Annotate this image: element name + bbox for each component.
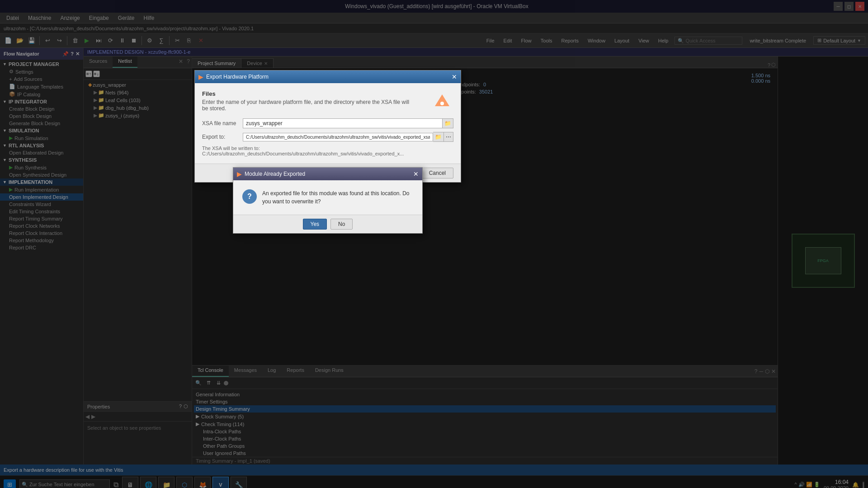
export-to-browse-btn[interactable]: 📁 (433, 132, 444, 142)
export-hardware-dialog: ▶ Export Hardware Platform ✕ Files Enter… (194, 70, 461, 183)
confirm-dialog-icon: ▶ (237, 170, 242, 178)
export-dialog-content: Files Enter the name of your hardware pl… (195, 83, 461, 164)
yes-btn[interactable]: Yes (303, 219, 327, 230)
files-section-title: Files (202, 90, 410, 97)
export-vivado-logo (431, 90, 453, 113)
export-to-more-btn[interactable]: ⋯ (444, 132, 453, 142)
no-btn[interactable]: No (330, 219, 353, 230)
confirm-dialog-header[interactable]: ▶ Module Already Exported ✕ (233, 168, 422, 180)
cancel-btn[interactable]: Cancel (421, 168, 453, 178)
xsa-browse-btn[interactable]: 📁 (443, 118, 453, 128)
confirm-dialog-title: Module Already Exported (245, 171, 305, 177)
xsa-filename-row: XSA file name 📁 (202, 118, 453, 128)
confirm-icon: ? (242, 189, 257, 204)
export-dialog-header[interactable]: ▶ Export Hardware Platform ✕ (195, 70, 461, 83)
export-note: The XSA will be written to: C:/Users/ult… (202, 145, 453, 156)
confirm-dialog-footer: Yes No (233, 215, 422, 233)
export-to-row: Export to: 📁 ⋯ (202, 132, 453, 142)
export-to-label: Export to: (202, 134, 243, 140)
export-dialog-close[interactable]: ✕ (452, 73, 457, 80)
confirm-dialog-close[interactable]: ✕ (413, 170, 419, 178)
export-dialog-icon: ▶ (198, 73, 203, 80)
confirm-dialog-content: ? An exported file for this module was f… (233, 180, 422, 215)
files-section-desc: Enter the name of your hardware platform… (202, 99, 410, 112)
xsa-filename-input[interactable] (243, 118, 443, 128)
confirm-message: An exported file for this module was fou… (262, 189, 413, 206)
export-dialog-title: Export Hardware Platform (206, 74, 269, 80)
confirm-dialog: ▶ Module Already Exported ✕ ? An exporte… (233, 167, 423, 234)
svg-point-1 (440, 102, 444, 105)
export-to-input[interactable] (243, 133, 433, 141)
xsa-label: XSA file name (202, 120, 243, 127)
